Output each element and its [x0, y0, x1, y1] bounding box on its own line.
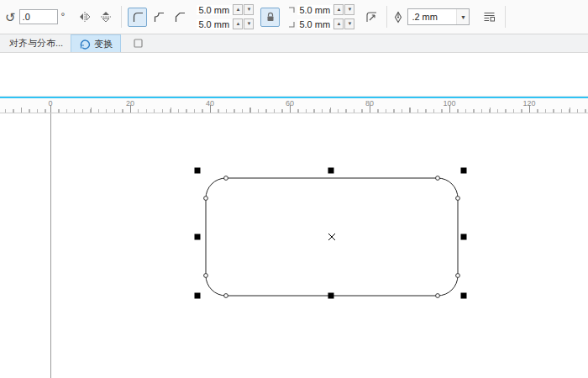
ruler-major-tick — [449, 105, 450, 113]
drawing-area — [0, 113, 588, 378]
top-right-corner-icon — [287, 7, 296, 13]
selection-handle-middle-right[interactable] — [461, 234, 467, 240]
duplicate-docker-button[interactable] — [129, 36, 146, 51]
selection-handle-top-left[interactable] — [195, 168, 201, 174]
horizontal-ruler[interactable]: 020406080100120 — [0, 97, 588, 113]
ruler-major-tick — [130, 105, 131, 113]
selection-handle-top-right[interactable] — [461, 168, 467, 174]
mirror-horizontal-button[interactable] — [75, 8, 94, 27]
spin-up-button[interactable]: ▲ — [233, 4, 243, 15]
selection-handle-bottom-left[interactable] — [195, 293, 201, 299]
spin-down-button[interactable]: ▼ — [244, 4, 254, 15]
tab-transform-label: 变换 — [94, 38, 113, 50]
lock-icon — [265, 12, 276, 23]
spin-down-button[interactable]: ▼ — [244, 18, 254, 29]
ruler-major-tick — [529, 105, 530, 113]
corner-radius-top-right-field[interactable]: 5.0 mm — [297, 5, 333, 15]
corner-round-button[interactable] — [128, 8, 147, 27]
rotation-icon: ↺ — [5, 11, 16, 24]
corner-chamfer-button[interactable] — [170, 8, 189, 27]
lock-corners-together-button[interactable] — [260, 8, 280, 27]
corner-round-icon — [131, 10, 144, 24]
corner-radius-row: 5.0 mm ▲ ▼ — [197, 3, 254, 16]
spin-down-button[interactable]: ▼ — [344, 18, 354, 29]
corner-node[interactable] — [224, 294, 228, 298]
toolbar-separator — [386, 6, 387, 28]
degree-label: ° — [61, 11, 66, 23]
relative-corner-icon — [365, 10, 378, 24]
corner-radius-left-group: 5.0 mm ▲ ▼ 5.0 mm ▲ ▼ — [197, 3, 254, 30]
corner-scallop-icon — [152, 10, 165, 24]
corner-node[interactable] — [456, 274, 460, 278]
corner-radius-row: 5.0 mm ▲ ▼ — [197, 18, 254, 30]
ruler-major-tick — [370, 105, 370, 113]
corner-radius-bottom-left-field[interactable]: 5.0 mm — [197, 19, 232, 29]
rotation-angle-input[interactable] — [19, 9, 58, 24]
spin-up-button[interactable]: ▲ — [233, 18, 243, 29]
chevron-down-icon[interactable]: ▼ — [456, 9, 469, 24]
corner-radius-row: 5.0 mm ▲ ▼ — [287, 3, 354, 16]
toolbar-separator — [121, 6, 122, 28]
corner-node[interactable] — [204, 197, 208, 201]
corner-node[interactable] — [204, 274, 208, 278]
ruler-major-tick — [290, 105, 291, 113]
property-bar: ↺ ° — [0, 0, 588, 34]
selection-handle-bottom-right[interactable] — [461, 293, 467, 299]
selection-handle-top-center[interactable] — [328, 168, 334, 174]
wrap-text-button[interactable] — [480, 8, 499, 27]
corner-scallop-button[interactable] — [149, 8, 168, 27]
transform-icon — [79, 38, 91, 50]
outline-width-dropdown[interactable]: .2 mm ▼ — [407, 8, 470, 25]
selection-handles — [195, 168, 467, 299]
corner-radius-right-group: 5.0 mm ▲ ▼ 5.0 mm ▲ ▼ — [287, 3, 354, 30]
mirror-horizontal-icon — [79, 11, 91, 23]
app-window: ↺ ° — [0, 0, 588, 378]
mirror-vertical-button[interactable] — [96, 8, 115, 27]
corner-node[interactable] — [436, 294, 440, 298]
ruler-major-tick — [50, 105, 51, 113]
spin-up-button[interactable]: ▲ — [333, 18, 344, 29]
docker-tab-bar: 对齐与分布... 变换 — [0, 34, 588, 53]
selection-handle-bottom-center[interactable] — [328, 293, 334, 299]
tab-align-distribute-label: 对齐与分布... — [9, 37, 63, 50]
ruler-medium-ticks — [0, 108, 588, 113]
toolbar-separator — [505, 6, 506, 28]
ruler-major-tick — [210, 105, 211, 113]
tab-transform[interactable]: 变换 — [71, 34, 121, 52]
copy-icon — [132, 37, 144, 50]
center-marker[interactable] — [328, 234, 335, 240]
relative-corner-scaling-button[interactable] — [361, 8, 381, 27]
corner-node[interactable] — [224, 176, 228, 181]
wrap-text-icon — [483, 11, 496, 23]
tab-align-distribute[interactable]: 对齐与分布... — [2, 34, 71, 52]
corner-node[interactable] — [456, 197, 460, 201]
outline-pen-icon — [392, 11, 404, 24]
corner-radius-top-left-field[interactable]: 5.0 mm — [197, 5, 232, 15]
spin-up-button[interactable]: ▲ — [333, 4, 344, 15]
outline-width-value: .2 mm — [408, 12, 456, 22]
corner-radius-bottom-right-field[interactable]: 5.0 mm — [297, 19, 333, 29]
document-header-area — [0, 53, 588, 97]
corner-node[interactable] — [436, 176, 440, 181]
bottom-right-corner-icon — [287, 21, 296, 28]
corner-chamfer-icon — [173, 10, 186, 24]
spin-down-button[interactable]: ▼ — [344, 4, 354, 15]
drawing-canvas[interactable] — [0, 113, 588, 378]
corner-radius-row: 5.0 mm ▲ ▼ — [287, 18, 354, 30]
mirror-vertical-icon — [100, 11, 112, 23]
selection-handle-middle-left[interactable] — [195, 234, 201, 240]
